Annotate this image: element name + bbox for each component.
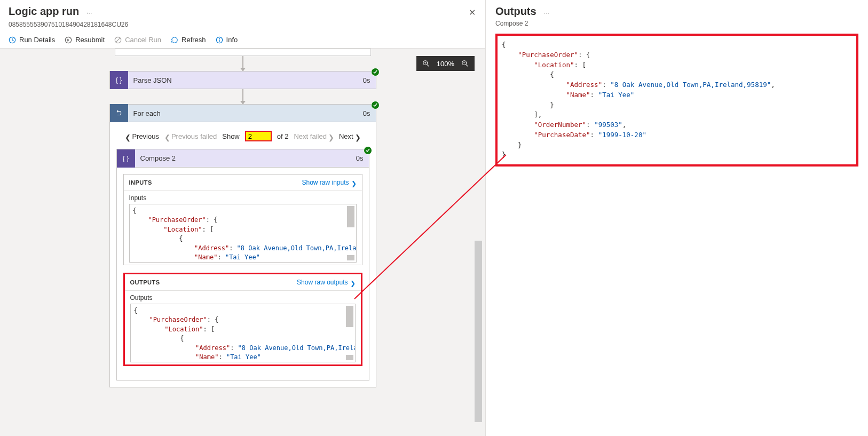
inputs-section: INPUTS Show raw inputs ❯ Inputs { "Purch… <box>123 174 362 265</box>
scrollbar-thumb[interactable] <box>346 306 353 327</box>
scrollbar-thumb[interactable] <box>347 255 354 260</box>
success-check-icon <box>364 146 372 155</box>
outputs-code[interactable]: { "PurchaseOrder": { "Location": [ { "Ad… <box>130 304 356 362</box>
page-title: Logic app run <box>9 5 79 18</box>
outputs-panel-title: Outputs <box>495 5 536 18</box>
cancel-run-label: Cancel Run <box>125 36 161 44</box>
chevron-left-icon: ❮ <box>164 133 170 139</box>
show-raw-outputs-link[interactable]: Show raw outputs ❯ <box>297 279 355 286</box>
next-label: Next <box>339 132 353 140</box>
toolbar: Run Details Resubmit Cancel Run Refresh … <box>0 31 485 49</box>
cancel-icon <box>114 36 122 44</box>
prev-button[interactable]: ❮ Previous <box>125 132 159 140</box>
inputs-title: INPUTS <box>129 179 152 186</box>
outputs-json-viewer[interactable]: { "PurchaseOrder": { "Location": [ { "Ad… <box>495 34 858 167</box>
svg-point-5 <box>219 38 220 39</box>
close-icon[interactable]: ✕ <box>469 7 476 18</box>
cancel-run-button: Cancel Run <box>114 36 161 44</box>
resubmit-label: Resubmit <box>75 36 105 44</box>
zoom-in-icon[interactable] <box>421 58 431 69</box>
zoom-bar: 100% <box>416 56 475 71</box>
canvas-scrollbar[interactable] <box>475 241 482 422</box>
info-icon <box>216 36 223 44</box>
outputs-panel-subtitle: Compose 2 <box>486 20 868 30</box>
inputs-label: Inputs <box>129 194 357 202</box>
loop-icon <box>110 104 128 122</box>
zoom-out-icon[interactable] <box>460 58 470 69</box>
step-duration: 0s <box>358 76 376 84</box>
step-title: Parse JSON <box>128 76 358 84</box>
chevron-right-icon: ❯ <box>355 133 360 139</box>
step-duration: 0s <box>351 154 369 162</box>
iteration-pager: ❮ Previous ❮ Previous failed Show of 2 N… <box>116 129 369 149</box>
step-parse-json[interactable]: { } Parse JSON 0s <box>109 71 376 89</box>
run-id: 08585555390751018490428181648CU26 <box>0 21 485 31</box>
chevron-right-icon: ❯ <box>351 180 357 185</box>
more-icon[interactable]: ··· <box>86 9 92 17</box>
code-icon: { } <box>110 71 128 89</box>
outputs-label: Outputs <box>130 294 356 302</box>
step-title: For each <box>128 109 358 117</box>
resubmit-icon <box>65 36 72 44</box>
code-icon: { } <box>117 149 135 168</box>
scrollbar-thumb[interactable] <box>347 206 354 227</box>
prev-failed-button: ❮ Previous failed <box>164 132 217 140</box>
history-icon <box>9 36 16 44</box>
next-failed-label: Next failed <box>294 132 326 140</box>
step-for-each[interactable]: For each 0s ❮ Previous ❮ Previous failed… <box>109 104 376 387</box>
inputs-code[interactable]: { "PurchaseOrder": { "Location": [ { "Ad… <box>129 204 357 263</box>
info-button[interactable]: Info <box>216 36 238 44</box>
run-details-label: Run Details <box>19 36 55 44</box>
svg-line-12 <box>466 65 468 67</box>
step-duration: 0s <box>358 109 376 117</box>
refresh-icon <box>171 36 178 44</box>
designer-canvas[interactable]: 100% { } Parse JSON 0s <box>0 49 485 436</box>
svg-line-8 <box>427 65 429 67</box>
prior-step-stub[interactable] <box>115 49 371 56</box>
chevron-left-icon: ❮ <box>125 133 130 139</box>
iteration-input[interactable] <box>245 131 272 141</box>
run-details-button[interactable]: Run Details <box>9 36 55 44</box>
success-check-icon <box>371 101 380 109</box>
next-button[interactable]: Next ❯ <box>339 132 360 140</box>
flow-arrow-icon <box>242 89 243 104</box>
scrollbar-thumb[interactable] <box>346 355 353 360</box>
next-failed-button: Next failed ❯ <box>294 132 333 140</box>
show-label: Show <box>222 132 240 140</box>
resubmit-button[interactable]: Resubmit <box>65 36 105 44</box>
flow-arrow-icon <box>242 56 243 71</box>
of-total-label: of 2 <box>277 132 289 140</box>
refresh-label: Refresh <box>182 36 206 44</box>
prev-failed-label: Previous failed <box>171 132 217 140</box>
outputs-section: OUTPUTS Show raw outputs ❯ Outputs { "Pu… <box>123 273 362 366</box>
refresh-button[interactable]: Refresh <box>171 36 206 44</box>
chevron-right-icon: ❯ <box>350 280 356 285</box>
outputs-title: OUTPUTS <box>130 279 160 286</box>
svg-line-3 <box>116 38 120 42</box>
success-check-icon <box>371 68 380 76</box>
step-title: Compose 2 <box>135 154 351 162</box>
chevron-right-icon: ❯ <box>328 133 334 139</box>
prev-label: Previous <box>132 132 159 140</box>
svg-rect-6 <box>219 39 219 42</box>
info-label: Info <box>226 36 238 44</box>
more-icon[interactable]: ··· <box>543 9 549 17</box>
zoom-level: 100% <box>431 60 460 68</box>
step-compose-2[interactable]: { } Compose 2 0s INPUTS Show raw inputs … <box>116 149 369 380</box>
show-raw-inputs-link[interactable]: Show raw inputs ❯ <box>302 179 356 186</box>
